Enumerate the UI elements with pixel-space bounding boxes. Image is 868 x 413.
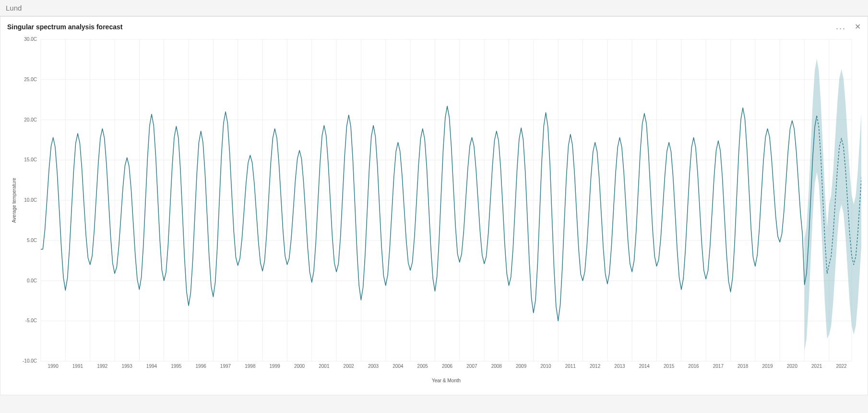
svg-text:2014: 2014 — [639, 364, 650, 369]
actual-series-line — [41, 106, 817, 321]
svg-text:2004: 2004 — [392, 364, 404, 369]
svg-text:2000: 2000 — [294, 364, 305, 369]
svg-text:2007: 2007 — [466, 364, 477, 369]
forecast-line-chart[interactable]: -10.0C-5.0C0.0C5.0C10.0C15.0C20.0C25.0C3… — [7, 35, 861, 390]
page-title-bar: Lund — [0, 0, 868, 16]
svg-text:0.0C: 0.0C — [26, 278, 36, 283]
more-options-icon[interactable]: ... — [836, 22, 846, 32]
svg-text:15.0C: 15.0C — [24, 157, 37, 162]
svg-text:2022: 2022 — [836, 364, 847, 369]
card-header: Singular spectrum analysis forecast ... … — [0, 17, 868, 35]
svg-text:2012: 2012 — [590, 364, 601, 369]
svg-text:1993: 1993 — [121, 364, 132, 369]
svg-text:1994: 1994 — [146, 364, 157, 369]
page-title: Lund — [6, 4, 22, 12]
forecast-card: Singular spectrum analysis forecast ... … — [0, 16, 868, 395]
svg-text:2011: 2011 — [565, 364, 576, 369]
svg-text:-5.0C: -5.0C — [25, 318, 36, 323]
chart-container: -10.0C-5.0C0.0C5.0C10.0C15.0C20.0C25.0C3… — [7, 35, 861, 390]
svg-text:2019: 2019 — [762, 364, 773, 369]
svg-text:30.0C: 30.0C — [24, 36, 37, 42]
card-actions: ... ✕ — [836, 22, 861, 32]
svg-text:2015: 2015 — [664, 364, 675, 369]
forecast-confidence-band — [804, 59, 861, 351]
card-title: Singular spectrum analysis forecast — [7, 23, 122, 31]
svg-text:2009: 2009 — [515, 364, 526, 369]
close-icon[interactable]: ✕ — [855, 22, 861, 31]
svg-text:1997: 1997 — [220, 364, 231, 369]
svg-text:1998: 1998 — [245, 364, 256, 369]
svg-text:1991: 1991 — [72, 364, 83, 369]
svg-text:2013: 2013 — [614, 364, 625, 369]
svg-text:1996: 1996 — [195, 364, 206, 369]
svg-text:2016: 2016 — [688, 364, 699, 369]
y-axis-label: Average temperature — [12, 178, 17, 223]
svg-text:25.0C: 25.0C — [24, 77, 37, 82]
svg-text:2010: 2010 — [540, 364, 551, 369]
svg-text:2021: 2021 — [811, 364, 822, 369]
svg-text:5.0C: 5.0C — [26, 238, 36, 243]
svg-text:2020: 2020 — [786, 364, 797, 369]
x-axis-label: Year & Month — [431, 378, 460, 383]
svg-text:1990: 1990 — [48, 364, 59, 369]
svg-text:1999: 1999 — [269, 364, 280, 369]
svg-text:2001: 2001 — [319, 364, 330, 369]
svg-text:2008: 2008 — [491, 364, 502, 369]
svg-text:1995: 1995 — [171, 364, 182, 369]
svg-text:2003: 2003 — [368, 364, 379, 369]
svg-text:2002: 2002 — [343, 364, 354, 369]
svg-text:2018: 2018 — [737, 364, 749, 369]
svg-text:2006: 2006 — [441, 364, 452, 369]
svg-text:-10.0C: -10.0C — [22, 358, 36, 364]
svg-text:2017: 2017 — [713, 364, 724, 369]
svg-text:1992: 1992 — [97, 364, 108, 369]
svg-text:2005: 2005 — [417, 364, 428, 369]
svg-text:10.0C: 10.0C — [24, 197, 37, 203]
svg-text:20.0C: 20.0C — [24, 117, 37, 122]
